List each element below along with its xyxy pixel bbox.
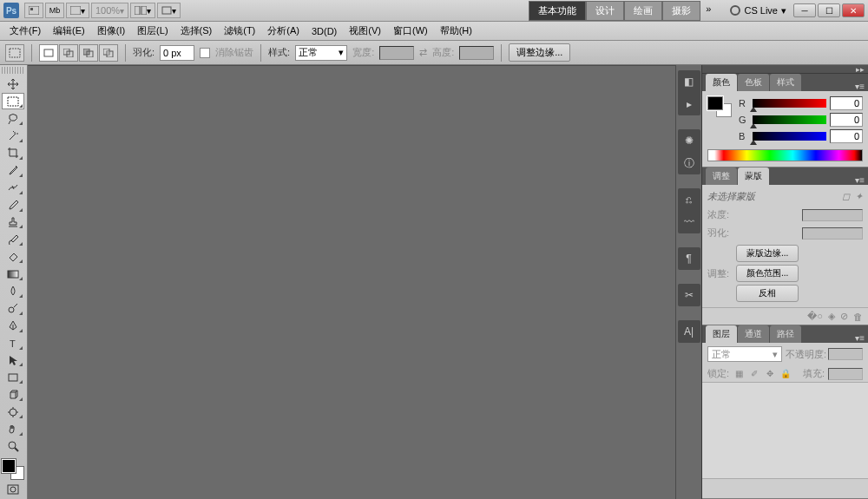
brushpresets-panel-icon[interactable]: 〰 [681,214,698,230]
menu-select[interactable]: 选择(S) [174,22,219,40]
maximize-button[interactable]: ☐ [818,3,840,17]
b-slider[interactable] [753,132,826,141]
menu-window[interactable]: 窗口(W) [387,22,434,40]
close-button[interactable]: ✕ [842,3,865,17]
tab-swatches[interactable]: 色板 [738,74,769,91]
mask-apply-icon[interactable]: ◈ [828,311,835,322]
actions-panel-icon[interactable]: ▸ [681,96,698,112]
g-input[interactable] [830,113,863,127]
r-slider[interactable] [753,99,826,108]
workspace-tab-essentials[interactable]: 基本功能 [529,1,586,21]
screen-mode-dropdown[interactable]: ▾ [66,3,89,18]
blur-tool[interactable] [2,283,24,299]
history-panel-icon[interactable]: ◧ [681,74,698,89]
mask-disable-icon[interactable]: ⊘ [840,311,848,322]
tab-color[interactable]: 颜色 [706,74,737,91]
layers-list[interactable] [702,383,868,478]
workspace-tab-painting[interactable]: 绘画 [624,1,662,21]
hand-tool[interactable] [2,421,24,437]
crop-tool[interactable] [2,145,24,161]
menu-layer[interactable]: 图层(L) [131,22,174,40]
workspace-tab-photography[interactable]: 摄影 [662,1,700,21]
3d-camera-tool[interactable] [2,404,24,420]
clone-panel-icon[interactable]: ⎌ [681,192,698,207]
menu-image[interactable]: 图像(I) [91,22,131,40]
layers-panel-menu[interactable]: ▾≡ [852,333,868,343]
menu-file[interactable]: 文件(F) [3,22,47,40]
tab-layers[interactable]: 图层 [706,325,737,343]
color-panel-menu[interactable]: ▾≡ [852,82,868,91]
eraser-tool[interactable] [2,248,24,265]
minibridge-icon[interactable]: Mb [45,3,64,18]
style-select[interactable]: 正常▾ [295,45,347,61]
arrange-docs-dropdown[interactable]: ▾ [130,3,155,18]
mask-edge-button[interactable]: 蒙版边缘... [736,245,799,262]
antialias-checkbox[interactable] [200,48,210,58]
menu-filter[interactable]: 滤镜(T) [218,22,261,40]
pixel-mask-icon[interactable]: ◻ [842,191,850,202]
eyedropper-tool[interactable] [2,162,24,179]
tools-panel-icon[interactable]: ✂ [681,287,698,303]
menu-analysis[interactable]: 分析(A) [261,22,306,40]
stamp-tool[interactable] [2,214,24,231]
color-spectrum[interactable] [707,149,863,161]
tab-paths[interactable]: 路径 [770,325,801,343]
workspace-tab-design[interactable]: 设计 [586,1,624,21]
r-input[interactable] [830,96,863,110]
tool-preset-icon[interactable] [5,44,24,62]
lock-transparency-icon[interactable]: ▦ [733,368,745,380]
menu-view[interactable]: 视图(V) [343,22,387,40]
feather-input[interactable] [160,45,194,61]
lock-pixels-icon[interactable]: ✐ [748,368,760,380]
pen-tool[interactable] [2,318,24,334]
lock-all-icon[interactable]: 🔒 [779,368,792,380]
vector-mask-icon[interactable]: ✦ [855,191,863,202]
selection-new-icon[interactable] [39,44,58,62]
toolbox-grip[interactable] [2,67,25,74]
brush-tool[interactable] [2,197,24,213]
tab-adjustments[interactable]: 调整 [706,167,737,185]
bridge-icon[interactable] [24,3,43,18]
lasso-tool[interactable] [2,110,24,127]
lock-position-icon[interactable]: ✥ [764,368,776,380]
zoom-level[interactable]: 100% ▾ [91,3,128,18]
foreground-color-swatch[interactable] [2,459,16,473]
mask-load-icon[interactable]: �○ [807,311,823,322]
mask-panel-menu[interactable]: ▾≡ [852,175,868,185]
healing-tool[interactable] [2,180,24,196]
invert-button[interactable]: 反相 [736,285,799,302]
3d-tool[interactable] [2,386,24,403]
type-tool[interactable]: T [2,335,24,351]
selection-add-icon[interactable] [59,44,78,62]
tab-styles[interactable]: 样式 [770,74,801,91]
menu-3d[interactable]: 3D(D) [306,23,343,39]
selection-subtract-icon[interactable] [79,44,98,62]
brush-panel-icon[interactable]: ✺ [681,133,698,148]
paragraph-panel-icon[interactable]: ¶ [681,251,698,266]
selection-intersect-icon[interactable] [99,44,118,62]
mask-delete-icon[interactable]: 🗑 [853,312,863,322]
gradient-tool[interactable] [2,266,24,282]
minimize-button[interactable]: ─ [793,3,816,17]
move-tool[interactable] [2,76,24,93]
workspace-more[interactable]: » [700,1,716,21]
path-select-tool[interactable] [2,352,24,369]
b-input[interactable] [830,129,863,143]
history-brush-tool[interactable] [2,231,24,247]
refine-edge-button[interactable]: 调整边缘... [509,43,570,62]
screen-mode-2-dropdown[interactable]: ▾ [157,3,181,18]
zoom-tool[interactable] [2,438,24,455]
tab-channels[interactable]: 通道 [738,325,769,343]
quickmask-tool[interactable] [2,481,24,497]
shape-tool[interactable] [2,369,24,385]
info-panel-icon[interactable]: ⓘ [681,155,698,171]
g-slider[interactable] [753,115,826,124]
wand-tool[interactable] [2,128,24,144]
canvas-area[interactable] [28,65,675,499]
character-panel-icon[interactable]: A| [681,324,698,339]
dodge-tool[interactable] [2,300,24,317]
color-swatches[interactable] [2,459,24,480]
color-panel-swatches[interactable] [707,96,732,117]
marquee-tool[interactable] [2,93,24,109]
tab-masks[interactable]: 蒙版 [738,167,769,185]
